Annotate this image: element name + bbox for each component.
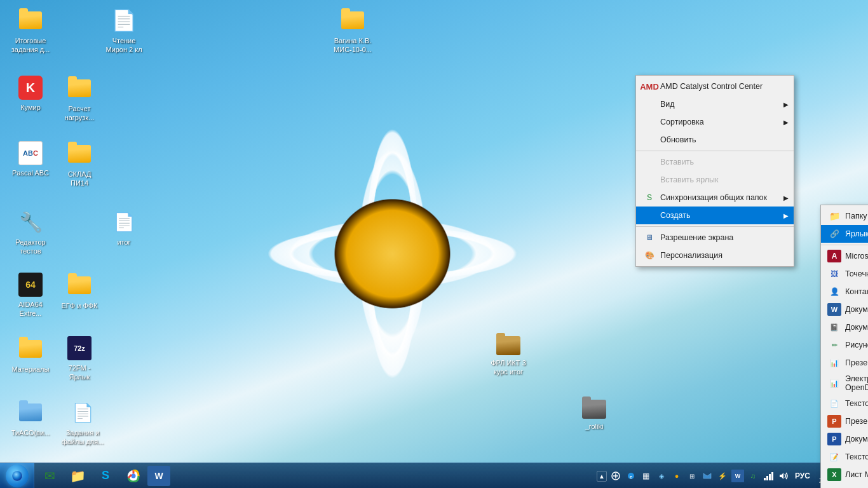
systray-icon-9[interactable]: W bbox=[731, 470, 744, 482]
menu-item-sort[interactable]: Сортировка ▶ bbox=[636, 113, 794, 131]
icon-label: Вагина К.В. МИС-10-0... bbox=[327, 36, 379, 55]
refresh-icon bbox=[642, 133, 656, 146]
volume-icon[interactable] bbox=[777, 470, 790, 482]
icon-label: СКЛАД ПИ14 bbox=[57, 169, 102, 189]
taskbar-btn-chrome[interactable] bbox=[119, 464, 147, 488]
systray-icon-4[interactable]: ◈ bbox=[655, 470, 668, 482]
svg-marker-12 bbox=[780, 473, 783, 479]
systray-icon-10[interactable]: ♫ bbox=[747, 470, 759, 482]
menu-item-vid[interactable]: Вид ▶ bbox=[636, 95, 794, 113]
systray-icon-3[interactable]: ▦ bbox=[640, 470, 653, 482]
txt-icon: 📝 bbox=[827, 451, 841, 463]
desktop-icon-raschet[interactable]: Расчет нагрузк... bbox=[54, 73, 105, 126]
language-button[interactable]: РУС bbox=[792, 470, 813, 482]
systray-icon-5[interactable]: ● bbox=[670, 470, 683, 482]
contact-icon: 👤 bbox=[827, 285, 841, 298]
systray-icon-2[interactable]: e bbox=[625, 470, 637, 482]
separator bbox=[636, 151, 794, 151]
submenu-item-xls[interactable]: X Лист Microsoft Excel bbox=[821, 466, 868, 484]
desktop-icon-sklad[interactable]: СКЛАД ПИ14 bbox=[54, 139, 105, 191]
icon-label: Материалы bbox=[10, 364, 51, 374]
separator bbox=[821, 245, 868, 245]
submenu-arrow: ▶ bbox=[783, 101, 789, 108]
ocalc-icon: 📊 bbox=[827, 377, 841, 390]
taskbar-pinned-apps: ✉ 📁 S W bbox=[34, 464, 172, 488]
desktop-icon-egf[interactable]: ЕГФ и ФФК bbox=[54, 270, 105, 313]
menu-item-refresh[interactable]: Обновить bbox=[636, 131, 794, 149]
taskbar-btn-skype[interactable]: S bbox=[92, 464, 119, 488]
desktop-icon-aida64[interactable]: 64 AIDA64 Extre... bbox=[5, 270, 56, 322]
submenu-item-odraw[interactable]: ✏ Рисунок OpenDocument bbox=[821, 336, 868, 354]
pptx-icon: P bbox=[827, 415, 841, 428]
pub-icon: P bbox=[827, 433, 841, 445]
vid-icon bbox=[642, 98, 656, 111]
network-icon[interactable] bbox=[762, 470, 775, 482]
desktop-icon-vagina[interactable]: Вагина К.В. МИС-10-0... bbox=[324, 5, 381, 58]
submenu-item-yarlyk[interactable]: 🔗 Ярлык bbox=[821, 225, 868, 243]
desktop-icon-zadaniya[interactable]: 📄 Задания и файлы для... bbox=[54, 397, 111, 450]
icon-label: Итоговые задания д... bbox=[8, 36, 53, 55]
desktop-icon-roliki[interactable]: _roliki bbox=[569, 397, 620, 434]
submenu-item-pptx[interactable]: P Презентация Microsoft PowerPoint bbox=[821, 412, 868, 430]
menu-item-resolution[interactable]: 🖥 Разрешение экрана bbox=[636, 229, 794, 247]
icon-label: Кумир bbox=[18, 102, 43, 112]
menu-item-paste-shortcut[interactable]: Вставить ярлык bbox=[636, 171, 794, 189]
submenu-item-txt[interactable]: 📝 Текстовый документ bbox=[821, 448, 868, 466]
systray-icon-7[interactable] bbox=[701, 470, 714, 482]
submenu-item-bmp[interactable]: 🖼 Точечный рисунок bbox=[821, 265, 868, 283]
desktop-icon-fm72[interactable]: 72z 72FM - Ярлык bbox=[54, 334, 105, 385]
xls-icon: X bbox=[827, 468, 841, 481]
flower-decoration bbox=[95, 0, 635, 488]
icon-label: Pascal ABC bbox=[10, 168, 51, 178]
icon-label: ФРЛ ИКТ 3 курс итог bbox=[482, 358, 534, 377]
submenu-item-journal[interactable]: 📓 Документ журнала bbox=[821, 318, 868, 336]
desktop-icon-itog-zadania[interactable]: Итоговые задания д... bbox=[5, 5, 56, 58]
submenu-item-ocalc[interactable]: 📊 Электронная таблица OpenDocument bbox=[821, 372, 868, 395]
taskbar-btn-explorer[interactable]: 📁 bbox=[64, 464, 92, 488]
svg-rect-10 bbox=[769, 474, 771, 480]
svg-rect-9 bbox=[766, 476, 768, 480]
menu-item-amd[interactable]: AMD AMD Catalyst Control Center bbox=[636, 78, 794, 95]
systray-icon-6[interactable]: ⊞ bbox=[686, 470, 698, 482]
icon-label: _roliki bbox=[583, 421, 606, 431]
otext-icon: 📄 bbox=[827, 397, 841, 410]
access-icon: A bbox=[827, 250, 841, 262]
submenu-item-otext[interactable]: 📄 Текстовый документ OpenDocument bbox=[821, 395, 868, 412]
desktop-icon-pascal[interactable]: ABC Pascal ABC bbox=[5, 139, 56, 180]
amd-icon: AMD bbox=[642, 80, 656, 93]
submenu-item-access[interactable]: A Microsoft Access База данных bbox=[821, 247, 868, 265]
shortcut-icon: 🔗 bbox=[827, 227, 841, 240]
desktop-icon-redaktor[interactable]: 🔧 Редактор тестов bbox=[5, 207, 56, 259]
systray-icon-8[interactable]: ⚡ bbox=[716, 470, 729, 482]
menu-item-paste[interactable]: Вставить bbox=[636, 153, 794, 171]
bmp-icon: 🖼 bbox=[827, 268, 841, 280]
systray-expand[interactable]: ▲ bbox=[597, 471, 607, 482]
person-icon: 🎨 bbox=[642, 249, 656, 262]
submenu-item-zip[interactable]: 🗜 Сжатая ZIP-папка bbox=[821, 484, 868, 488]
desktop-icon-tias[interactable]: ТиАСО(ви... bbox=[5, 397, 56, 440]
taskbar-btn-mail[interactable]: ✉ bbox=[36, 464, 64, 488]
submenu-item-opres[interactable]: 📊 Презентация OpenDocument bbox=[821, 354, 868, 372]
icon-label: ЕГФ и ФФК bbox=[59, 301, 99, 311]
desktop-icon-itog2[interactable]: 📄 итог bbox=[98, 207, 149, 250]
desktop-icon-chtenie[interactable]: 📄 Чтение Мирон 2 кл bbox=[98, 5, 149, 58]
submenu-arrow: ▶ bbox=[783, 212, 789, 219]
start-orb bbox=[6, 464, 29, 487]
menu-item-personalize[interactable]: 🎨 Персонализация bbox=[636, 247, 794, 264]
icon-label: Задания и файлы для... bbox=[57, 428, 109, 447]
systray-icon-1[interactable] bbox=[609, 470, 622, 482]
submenu-create: 📁 Папку 🔗 Ярлык A Microsoft Access База … bbox=[820, 205, 868, 488]
start-button[interactable] bbox=[0, 463, 34, 489]
icon-label: Расчет нагрузк... bbox=[57, 104, 102, 123]
submenu-item-papku[interactable]: 📁 Папку bbox=[821, 207, 868, 225]
desktop-icon-frl[interactable]: ФРЛ ИКТ 3 курс итог bbox=[480, 334, 537, 380]
taskbar-btn-word[interactable]: W bbox=[147, 466, 170, 486]
desktop-icon-materialy[interactable]: Материалы bbox=[5, 334, 56, 377]
submenu-item-kontakt[interactable]: 👤 Контакт bbox=[821, 283, 868, 301]
desktop-icon-kumir[interactable]: K Кумир bbox=[5, 73, 56, 115]
submenu-item-word[interactable]: W Документ Microsoft Word bbox=[821, 301, 868, 318]
submenu-item-pub[interactable]: P Документ Microsoft Publisher bbox=[821, 430, 868, 448]
submenu-arrow: ▶ bbox=[783, 194, 789, 201]
menu-item-sync[interactable]: S Синхронизация общих папок ▶ bbox=[636, 189, 794, 207]
menu-item-create[interactable]: Создать ▶ 📁 Папку 🔗 Ярлык A Microsoft Ac… bbox=[636, 207, 794, 224]
